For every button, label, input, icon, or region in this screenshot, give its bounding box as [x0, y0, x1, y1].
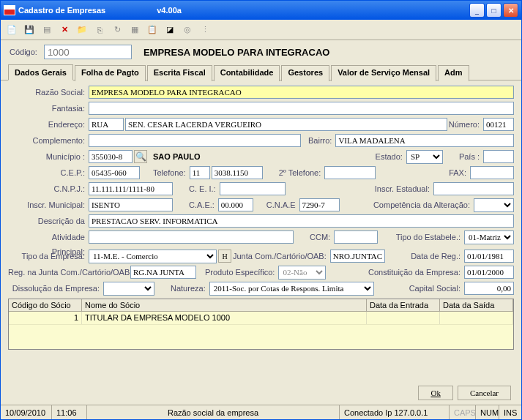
dissol-label: Dissolução da Empresa:: [8, 284, 102, 293]
cae-field[interactable]: [218, 198, 253, 211]
button-bar: Ok Cancelar: [1, 381, 521, 405]
logradouro-field[interactable]: [89, 118, 124, 131]
ccm-field[interactable]: [334, 230, 378, 244]
tool-folder-icon[interactable]: 📁: [75, 23, 89, 37]
tool-book-icon[interactable]: 📋: [146, 23, 159, 37]
status-num: NUM: [476, 405, 499, 419]
cnpj-label: C.N.P.J.:: [8, 184, 87, 193]
ok-button[interactable]: Ok: [418, 386, 452, 400]
col-nome-socio[interactable]: Nome do Sócio: [82, 299, 367, 311]
close-button[interactable]: ✕: [503, 3, 518, 18]
razao-field[interactable]: [89, 86, 514, 99]
bairro-field[interactable]: [335, 134, 514, 147]
inscr-mun-field[interactable]: [89, 198, 173, 211]
socios-grid[interactable]: Código do Sócio Nome do Sócio Data da En…: [8, 299, 514, 350]
tab-gestores[interactable]: Gestores: [281, 65, 329, 81]
cell-saida: [440, 312, 513, 324]
status-caps: CAPS: [450, 405, 476, 419]
pais-label: País :: [459, 152, 482, 161]
const-emp-label: Constituição da Empresa:: [368, 268, 463, 277]
dissol-select[interactable]: [103, 282, 154, 296]
ddd-field[interactable]: [190, 166, 210, 179]
tab-folha-pagto[interactable]: Folha de Pagto: [75, 65, 146, 81]
comp-alt-label: Competência da Alteração:: [373, 200, 472, 209]
minimize-button[interactable]: _: [469, 3, 485, 18]
cnpj-field[interactable]: [89, 182, 173, 195]
municipio-cod-field[interactable]: [89, 150, 133, 163]
tool-save-icon[interactable]: 💾: [23, 23, 36, 37]
main-window: Cadastro de Empresas v4.00a _ □ ✕ 📄 💾 ▤ …: [0, 0, 522, 420]
tool-new-icon[interactable]: 📄: [5, 23, 18, 37]
estado-label: Estado:: [376, 152, 405, 161]
cnae-field[interactable]: [299, 198, 340, 211]
tool-misc-icon[interactable]: ◎: [181, 23, 194, 37]
cell-nome: TITULAR DA EMPRESA MODELO 1000: [82, 312, 367, 324]
inscr-est-field[interactable]: [433, 182, 514, 195]
status-hint: Razão social da empresa: [87, 405, 340, 419]
fantasia-label: Fantasia:: [8, 104, 87, 113]
tool-delete-icon[interactable]: ✕: [58, 23, 71, 37]
telefone2-field[interactable]: [324, 166, 376, 179]
desc-ativ-label-2: Atividade: [8, 233, 87, 241]
tab-escrita-fiscal[interactable]: Escrita Fiscal: [147, 65, 212, 81]
comp-alt-select[interactable]: [474, 198, 514, 212]
inscr-est-label: Inscr. Estadual:: [375, 184, 432, 193]
atividade2-field[interactable]: [89, 230, 294, 244]
cnae-label: C.N.A.E: [266, 200, 298, 209]
status-connection: Conectado Ip 127.0.0.1: [340, 405, 450, 419]
tipo-estab-select[interactable]: 01-Matriz: [464, 230, 514, 244]
estado-select[interactable]: SP: [406, 150, 443, 164]
cep-field[interactable]: [89, 166, 140, 179]
atividade-field[interactable]: [89, 214, 514, 228]
col-data-saida[interactable]: Data da Saída: [440, 299, 513, 311]
cancelar-button[interactable]: Cancelar: [458, 386, 511, 400]
cae-label: C.A.E.:: [189, 200, 217, 209]
status-time: 11:06: [52, 405, 87, 419]
junta-field[interactable]: [330, 250, 385, 263]
tipo-emp-select[interactable]: 11-M.E. - Comercio: [89, 250, 217, 263]
col-data-entrada[interactable]: Data da Entrada: [367, 299, 440, 311]
reg-junta-label: Reg. na Junta Com./Cartório/OAB:: [8, 268, 129, 277]
tipo-emp-label: Tipo da Empresa:: [8, 252, 87, 260]
tab-dados-gerais[interactable]: Dados Gerais: [8, 64, 73, 80]
const-emp-field[interactable]: [464, 266, 514, 279]
h-button[interactable]: H: [218, 250, 231, 263]
maximize-button[interactable]: □: [486, 3, 502, 18]
fax-field[interactable]: [470, 166, 514, 179]
tab-adm[interactable]: Adm: [438, 65, 469, 81]
prod-esp-select[interactable]: 02-Não: [278, 266, 326, 280]
titlebar[interactable]: Cadastro de Empresas v4.00a _ □ ✕: [1, 1, 521, 20]
telefone-label: Telefone:: [153, 168, 188, 177]
desc-ativ-label-1: Descrição da: [8, 217, 87, 225]
tool-print-icon[interactable]: ▦: [128, 23, 141, 37]
header: Código: EMPRESA MODELO PARA INTEGRACAO: [1, 40, 521, 64]
codigo-field[interactable]: [44, 45, 132, 59]
endereco-label: Endereço:: [8, 120, 87, 129]
municipio-nome: SAO PAULO: [153, 152, 201, 161]
natureza-select[interactable]: 2011-Soc. por Cotas de Respons. Limita: [209, 282, 374, 296]
tab-bar: Dados Gerais Folha de Pagto Escrita Fisc…: [1, 64, 521, 80]
fantasia-field[interactable]: [89, 102, 514, 115]
reg-junta-field[interactable]: [130, 266, 196, 279]
tool-extra-icon[interactable]: ⋮: [198, 23, 212, 37]
tab-valor-servico[interactable]: Valor de Serviço Mensal: [331, 65, 436, 81]
cei-field[interactable]: [220, 182, 286, 195]
telefone-field[interactable]: [212, 166, 263, 179]
tool-copy-icon[interactable]: ⎘: [93, 23, 106, 37]
numero-label: Número:: [449, 120, 482, 129]
pais-field[interactable]: [483, 150, 514, 163]
municipio-lookup-icon[interactable]: 🔍: [134, 150, 147, 163]
endereco-field[interactable]: [125, 118, 447, 131]
numero-field[interactable]: [483, 118, 514, 131]
table-row[interactable]: 1 TITULAR DA EMPRESA MODELO 1000: [9, 312, 513, 325]
tool-list-icon[interactable]: ▤: [40, 23, 53, 37]
form-dados-gerais: Razão Social: Fantasia: Endereço: Número…: [1, 80, 521, 381]
data-reg-field[interactable]: [464, 250, 514, 263]
tab-contabilidade[interactable]: Contabilidade: [214, 65, 280, 81]
tool-refresh-icon[interactable]: ↻: [111, 23, 124, 37]
complemento-field[interactable]: [89, 134, 301, 147]
cap-social-field[interactable]: [464, 282, 514, 295]
col-codigo-socio[interactable]: Código do Sócio: [9, 299, 82, 311]
telefone2-label: 2º Telefone:: [279, 168, 324, 177]
tool-eraser-icon[interactable]: ◪: [163, 23, 176, 37]
